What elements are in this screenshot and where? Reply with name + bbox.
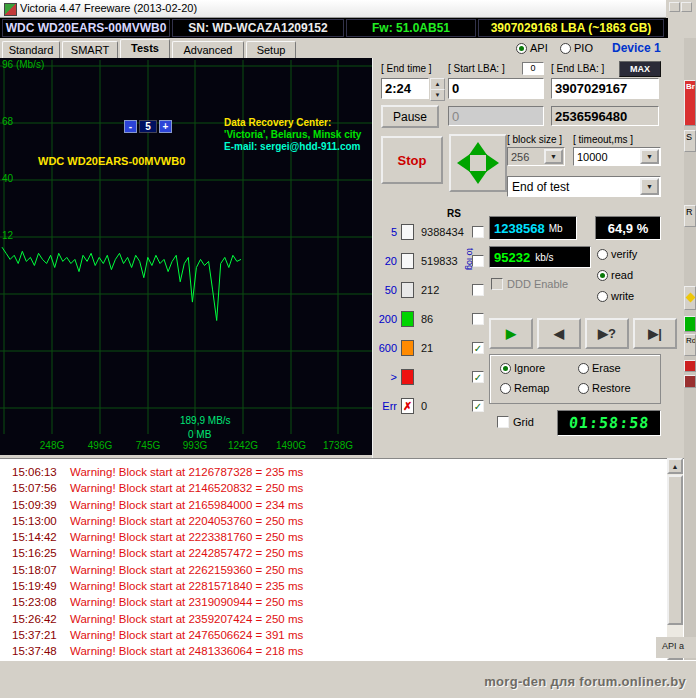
log-timestamp: 15:26:42 bbox=[12, 611, 70, 627]
key-icon bbox=[686, 293, 696, 303]
ignore-radio-label: Ignore bbox=[514, 362, 545, 374]
scrollbar-thumb[interactable] bbox=[667, 475, 683, 625]
seek-right-arrow[interactable] bbox=[486, 154, 499, 172]
block-size-dropdown[interactable]: 256 ▼ bbox=[507, 147, 565, 166]
tab-standard[interactable]: Standard bbox=[2, 41, 60, 58]
histogram-row-label: 200 bbox=[377, 313, 397, 325]
log-timestamp: 15:37:21 bbox=[12, 627, 70, 643]
background-close-button[interactable] bbox=[681, 2, 692, 12]
histogram-to-log-checkbox[interactable]: ✓ bbox=[472, 400, 484, 412]
tab-setup[interactable]: Setup bbox=[246, 41, 296, 58]
radio-remap[interactable]: Remap bbox=[500, 382, 549, 394]
seek-left-arrow[interactable] bbox=[457, 154, 470, 172]
sleep-button[interactable]: S bbox=[684, 130, 696, 152]
radio-read[interactable]: read bbox=[597, 269, 633, 281]
elapsed-time-display: 01:58:58 bbox=[557, 410, 661, 436]
zoom-in-button[interactable]: + bbox=[159, 120, 172, 133]
histogram-to-log-checkbox[interactable] bbox=[472, 313, 484, 325]
break-all-button[interactable]: Bre bbox=[684, 80, 696, 126]
speed-display: 95232 kb/s bbox=[489, 246, 591, 268]
log-message: Warning! Block start at 2146520832 = 250… bbox=[70, 482, 303, 494]
grid-checkbox-icon bbox=[497, 416, 509, 428]
pio-radio[interactable]: PIO bbox=[560, 42, 593, 54]
histogram-to-log-checkbox[interactable] bbox=[472, 226, 484, 238]
histogram-to-log-checkbox[interactable] bbox=[472, 255, 484, 267]
log-timestamp: 15:18:07 bbox=[12, 562, 70, 578]
end-time-label: [ End time ] bbox=[381, 63, 432, 74]
api-radio[interactable]: API bbox=[516, 42, 548, 54]
histogram-to-log-checkbox[interactable] bbox=[472, 284, 484, 296]
read-radio-label: read bbox=[611, 269, 633, 281]
zoom-out-button[interactable]: - bbox=[124, 120, 137, 133]
end-action-dropdown[interactable]: End of test ▼ bbox=[507, 176, 661, 197]
scroll-up-icon[interactable]: ▲ bbox=[667, 458, 683, 474]
api-radio-icon bbox=[516, 43, 527, 54]
grid-checkbox[interactable]: Grid bbox=[497, 416, 534, 428]
log-message: Warning! Block start at 2165984000 = 234… bbox=[70, 499, 303, 511]
histogram-to-log-checkbox[interactable]: ✓ bbox=[472, 342, 484, 354]
stop-button[interactable]: Stop bbox=[381, 136, 443, 184]
data-read-value: 1238568 bbox=[494, 221, 545, 236]
red-indicator bbox=[684, 360, 696, 372]
read-button[interactable]: Rd bbox=[684, 334, 696, 356]
cursor-speed-readout: 189,9 MB/s bbox=[180, 415, 231, 426]
chevron-down-icon[interactable]: ▼ bbox=[640, 149, 659, 164]
radio-erase[interactable]: Erase bbox=[578, 362, 621, 374]
seek-down-arrow[interactable] bbox=[469, 171, 487, 184]
histogram-row-value: 86 bbox=[421, 313, 433, 325]
histogram-row-value: 519833 bbox=[421, 255, 458, 267]
histogram-color-box bbox=[401, 311, 414, 327]
api-radio-label: API bbox=[530, 42, 548, 54]
y-axis-label: 68 bbox=[2, 116, 13, 127]
background-window-corner bbox=[666, 0, 696, 38]
graph-drive-label: WDC WD20EARS-00MVWB0 bbox=[38, 155, 185, 167]
histogram-row-label: > bbox=[377, 371, 397, 383]
seek-up-arrow[interactable] bbox=[469, 142, 487, 155]
back-button[interactable]: ◀ bbox=[537, 318, 581, 349]
histogram-color-box bbox=[401, 224, 414, 240]
log-list: 15:06:13Warning! Block start at 21267873… bbox=[0, 459, 684, 660]
watermark: morg-den для forum.onliner.by bbox=[484, 674, 686, 689]
log-scrollbar[interactable]: ▲ ▼ bbox=[667, 458, 683, 660]
chevron-down-icon[interactable]: ▼ bbox=[640, 178, 659, 195]
log-timestamp: 15:09:39 bbox=[12, 497, 70, 513]
x-axis-label: 745G bbox=[136, 440, 160, 451]
passport-button[interactable] bbox=[684, 286, 696, 310]
x-axis-label: 1242G bbox=[228, 440, 258, 451]
max-button[interactable]: MAX bbox=[619, 61, 661, 77]
y-axis-label: 96 (Mb/s) bbox=[2, 59, 44, 70]
x-axis-label: 496G bbox=[88, 440, 112, 451]
radio-restore[interactable]: Restore bbox=[578, 382, 631, 394]
drive-model: WDC WD20EARS-00MVWB0 bbox=[2, 19, 170, 37]
radio-verify[interactable]: verify bbox=[597, 248, 637, 260]
start-lba-input[interactable]: 0 bbox=[448, 78, 544, 99]
tab-advanced[interactable]: Advanced bbox=[172, 41, 244, 58]
end-lba-input[interactable]: 3907029167 bbox=[551, 78, 659, 99]
pause-button[interactable]: Pause bbox=[381, 105, 439, 128]
log-timestamp: 15:14:42 bbox=[12, 529, 70, 545]
window-title: Victoria 4.47 Freeware (2013-02-20) bbox=[20, 2, 197, 14]
to-end-button[interactable]: ▶| bbox=[633, 318, 677, 349]
x-axis-label: 1490G bbox=[276, 440, 306, 451]
log-timestamp: 15:13:00 bbox=[12, 513, 70, 529]
end-time-spin-down[interactable]: ▼ bbox=[430, 89, 445, 101]
drive-firmware: Fw: 51.0AB51 bbox=[346, 19, 476, 37]
histogram-color-box bbox=[401, 340, 414, 356]
chevron-down-icon[interactable]: ▼ bbox=[544, 149, 563, 164]
erase-radio-icon bbox=[578, 363, 589, 374]
end-lba-label: [ End LBA: ] bbox=[551, 63, 604, 74]
tab-smart[interactable]: SMART bbox=[62, 41, 118, 58]
histogram-color-box bbox=[401, 253, 414, 269]
radio-write[interactable]: write bbox=[597, 290, 634, 302]
histogram-to-log-checkbox[interactable]: ✓ bbox=[472, 371, 484, 383]
timeout-dropdown[interactable]: 10000 ▼ bbox=[573, 147, 661, 166]
jump-button[interactable]: ▶? bbox=[585, 318, 629, 349]
start-button[interactable]: ▶ bbox=[489, 318, 533, 349]
radio-ignore[interactable]: Ignore bbox=[500, 362, 545, 374]
ddd-enable-checkbox[interactable]: DDD Enable bbox=[491, 278, 568, 290]
cursor-volume-readout: 0 MB bbox=[188, 429, 211, 440]
tab-tests[interactable]: Tests bbox=[120, 39, 170, 58]
recall-button[interactable]: R bbox=[684, 205, 696, 227]
log-timestamp: 15:37:48 bbox=[12, 643, 70, 659]
background-window-button[interactable] bbox=[669, 2, 680, 12]
